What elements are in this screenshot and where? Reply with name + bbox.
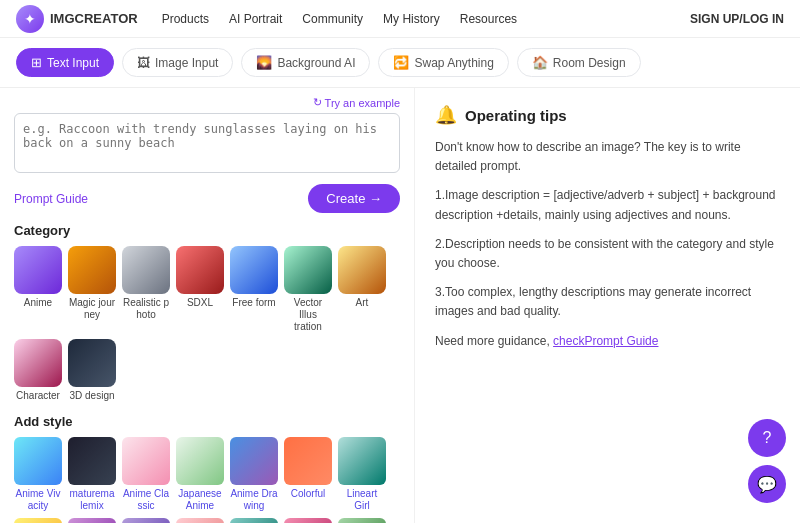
category-title: Category	[14, 223, 400, 238]
category-thumb	[68, 246, 116, 294]
prompt-actions-row: Prompt Guide Create →	[14, 184, 400, 213]
category-thumb	[284, 246, 332, 294]
category-label: Anime	[24, 297, 52, 309]
style-thumb	[14, 437, 62, 485]
category-item[interactable]: SDXL	[176, 246, 224, 333]
style-thumb	[68, 518, 116, 523]
style-item[interactable]: maturema lemix	[68, 437, 116, 512]
category-label: Art	[356, 297, 369, 309]
style-thumb	[284, 437, 332, 485]
tab-swap-anything-label: Swap Anything	[414, 56, 493, 70]
right-panel: 🔔 Operating tips Don't know how to descr…	[415, 88, 800, 523]
category-item[interactable]: Character	[14, 339, 62, 402]
category-thumb	[230, 246, 278, 294]
style-item[interactable]: Mooncute Girl	[176, 518, 224, 523]
style-thumb	[284, 518, 332, 523]
style-thumb	[68, 437, 116, 485]
category-grid: Anime Magic jour ney Realistic p hoto SD…	[14, 246, 400, 402]
category-thumb	[14, 339, 62, 387]
create-button[interactable]: Create →	[308, 184, 400, 213]
style-item[interactable]: Colorful	[284, 437, 332, 512]
style-item[interactable]: Chibi Girl	[230, 518, 278, 523]
bell-icon: 🔔	[435, 104, 457, 126]
style-grid: Anime Viv acity maturema lemix Anime Cla…	[14, 437, 400, 523]
nav-history[interactable]: My History	[383, 12, 440, 26]
tab-image-input[interactable]: 🖼 Image Input	[122, 48, 233, 77]
background-ai-icon: 🌄	[256, 55, 272, 70]
category-item[interactable]: Vector Illus tration	[284, 246, 332, 333]
nav-products[interactable]: Products	[162, 12, 209, 26]
nav-ai-portrait[interactable]: AI Portrait	[229, 12, 282, 26]
style-thumb	[230, 518, 278, 523]
refresh-icon: ↻	[313, 96, 322, 109]
category-label: 3D design	[69, 390, 114, 402]
tips-header: 🔔 Operating tips	[435, 104, 780, 126]
category-item[interactable]: Free form	[230, 246, 278, 333]
tips-tip2: 2.Description needs to be consistent wit…	[435, 235, 780, 273]
style-item[interactable]: Kawaimix Girl	[14, 518, 62, 523]
image-input-icon: 🖼	[137, 55, 150, 70]
tab-swap-anything[interactable]: 🔁 Swap Anything	[378, 48, 508, 77]
style-thumb	[122, 518, 170, 523]
logo[interactable]: ✦ IMGCREATOR	[16, 5, 138, 33]
text-input-icon: ⊞	[31, 55, 42, 70]
style-item[interactable]: Ukiyo-e	[284, 518, 332, 523]
try-example-link[interactable]: ↻ Try an example	[14, 96, 400, 109]
help-fab[interactable]: ?	[748, 419, 786, 457]
style-item[interactable]: Lineart Girl	[338, 437, 386, 512]
swap-anything-icon: 🔁	[393, 55, 409, 70]
style-label: Anime Dra wing	[230, 488, 278, 512]
category-label: Realistic p hoto	[122, 297, 170, 321]
tab-room-design[interactable]: 🏠 Room Design	[517, 48, 641, 77]
header: ✦ IMGCREATOR Products AI Portrait Commun…	[0, 0, 800, 38]
chat-fab[interactable]: 💬	[748, 465, 786, 503]
category-item[interactable]: Magic jour ney	[68, 246, 116, 333]
style-thumb	[176, 518, 224, 523]
nav-resources[interactable]: Resources	[460, 12, 517, 26]
prompt-textarea[interactable]	[14, 113, 400, 173]
nav-community[interactable]: Community	[302, 12, 363, 26]
signup-button[interactable]: SIGN UP/LOG IN	[690, 12, 784, 26]
style-thumb	[338, 437, 386, 485]
tab-background-ai[interactable]: 🌄 Background AI	[241, 48, 370, 77]
tab-image-input-label: Image Input	[155, 56, 218, 70]
style-thumb	[122, 437, 170, 485]
add-style-title: Add style	[14, 414, 400, 429]
category-item[interactable]: Anime	[14, 246, 62, 333]
tips-more-guidance: Need more guidance, checkPrompt Guide	[435, 332, 780, 351]
style-thumb	[14, 518, 62, 523]
style-item[interactable]: Fairy Girl	[122, 518, 170, 523]
style-item[interactable]: Anime Art	[68, 518, 116, 523]
style-label: maturema lemix	[68, 488, 116, 512]
style-label: Anime Cla ssic	[122, 488, 170, 512]
category-thumb	[122, 246, 170, 294]
style-thumb	[338, 518, 386, 523]
tab-background-ai-label: Background AI	[277, 56, 355, 70]
category-item[interactable]: Realistic p hoto	[122, 246, 170, 333]
category-label: Magic jour ney	[68, 297, 116, 321]
style-thumb	[176, 437, 224, 485]
logo-text: IMGCREATOR	[50, 11, 138, 26]
logo-icon: ✦	[16, 5, 44, 33]
prompt-guide-link[interactable]: Prompt Guide	[14, 192, 88, 206]
check-prompt-guide-link[interactable]: checkPrompt Guide	[553, 334, 658, 348]
category-item[interactable]: Art	[338, 246, 386, 333]
category-label: Free form	[232, 297, 275, 309]
main-content: ↻ Try an example Prompt Guide Create → C…	[0, 88, 800, 523]
style-item[interactable]: Anime Viv acity	[14, 437, 62, 512]
style-item[interactable]: Anime Dra wing	[230, 437, 278, 512]
style-item[interactable]: Anime Cla ssic	[122, 437, 170, 512]
try-example-label: Try an example	[325, 97, 400, 109]
category-thumb	[176, 246, 224, 294]
style-label: Japanese Anime	[176, 488, 224, 512]
tips-tip1: 1.Image description = [adjective/adverb …	[435, 186, 780, 224]
tips-tip3: 3.Too complex, lengthy descriptions may …	[435, 283, 780, 321]
tips-intro: Don't know how to describe an image? The…	[435, 138, 780, 176]
style-item[interactable]: Cardiology	[338, 518, 386, 523]
room-design-icon: 🏠	[532, 55, 548, 70]
style-item[interactable]: Japanese Anime	[176, 437, 224, 512]
category-item[interactable]: 3D design	[68, 339, 116, 402]
tab-text-input[interactable]: ⊞ Text Input	[16, 48, 114, 77]
category-thumb	[68, 339, 116, 387]
category-thumb	[14, 246, 62, 294]
